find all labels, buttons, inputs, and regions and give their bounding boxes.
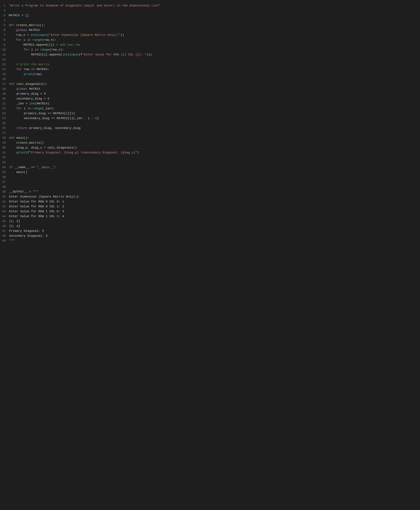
code-line: 4 [0, 18, 420, 23]
line-content: Enter Dimension (Square Matrix Only):2 [9, 194, 418, 199]
token: Enter Value for ROW 1 COL 1: 4 [9, 214, 64, 218]
line-content: def calc_diagonals(): [9, 82, 418, 87]
token: secondary_diag = [9, 97, 48, 100]
token: i [22, 107, 27, 110]
line-content: def main(): [9, 136, 418, 140]
line-number: 25 [2, 121, 9, 126]
code-line: 18 global MATRIX [0, 87, 420, 91]
code-line: 30 diag_p, diag_s = calc_diagonals() [0, 145, 420, 150]
line-content: primary_diag = 0 [9, 91, 418, 96]
line-number: 16 [2, 77, 9, 82]
token [9, 73, 24, 76]
line-number: 26 [2, 126, 9, 131]
line-number: 24 [2, 116, 9, 121]
line-number: 23 [2, 111, 9, 116]
token: "Primary Diagonal: {diag_p} \nSecondary … [29, 151, 137, 154]
line-content [9, 185, 418, 189]
line-number: 45 [2, 219, 9, 224]
token: calc_diagonals [16, 82, 42, 86]
line-content: main() [9, 170, 418, 175]
line-content: primary_diag += MATRIX[i][i] [9, 111, 418, 116]
line-number: 46 [2, 224, 9, 229]
token: ( [47, 33, 49, 37]
token: for [16, 107, 22, 110]
line-number: 49 [2, 238, 9, 243]
token: j [29, 48, 35, 52]
token: (row_n): [49, 48, 64, 52]
code-line: 9 MATRIX.append([]) # add new row [0, 43, 420, 47]
code-line: 19 primary_diag = 0 [0, 91, 420, 96]
code-line: 44Enter Value for ROW 1 COL 1: 4 [0, 214, 420, 219]
token [15, 136, 16, 140]
line-number: 1 [2, 3, 9, 8]
token: range [33, 107, 42, 110]
token: global [16, 29, 27, 32]
token: (MATRIX) [35, 102, 49, 105]
code-line: 31 print(f"Primary Diagonal: {diag_p} \n… [0, 150, 420, 155]
line-number: 2 [2, 8, 9, 13]
token: append [49, 53, 60, 56]
token: [3, 4] [9, 224, 20, 228]
line-number: 4 [2, 18, 9, 23]
code-line: 24 secondary_diag += MATRIX[i][_len - i … [0, 116, 420, 121]
token: in [31, 68, 35, 71]
code-line: 2 [0, 8, 420, 13]
token [9, 87, 16, 91]
token: def [9, 82, 15, 86]
token: (): [24, 136, 29, 140]
token: print [24, 73, 33, 76]
token: "Enter Dimension (Square Matrix Only):" [49, 33, 120, 37]
line-number: 8 [2, 37, 9, 43]
token: append [36, 43, 47, 46]
line-number: 42 [2, 204, 9, 209]
token: __name__ == [13, 166, 37, 169]
line-content: "Write a Program to showSum of Diagonals… [9, 3, 418, 8]
line-number: 41 [2, 199, 9, 204]
token: 0 [44, 92, 46, 96]
line-number: 47 [2, 229, 9, 234]
code-line: 27 [0, 131, 420, 136]
line-content: MATRIX[i].append(int(input(f"Enter Value… [9, 52, 418, 57]
token: ) [137, 151, 139, 154]
token: primary_diag = [9, 92, 44, 96]
line-content [9, 160, 418, 165]
token: Secondary Diagonal: 5 [9, 234, 48, 237]
token: row [22, 68, 31, 71]
token: (f [26, 151, 29, 154]
line-content: create_matrix() [9, 140, 418, 145]
line-content: MATRIX.append([]) # add new row [9, 43, 418, 47]
line-number: 9 [2, 43, 9, 47]
line-content: Secondary Diagonal: 5 [9, 234, 418, 238]
line-content [9, 155, 418, 160]
token [31, 107, 33, 110]
line-number: 39 [2, 189, 9, 194]
token: for [16, 38, 22, 42]
line-content [9, 57, 418, 62]
line-content: diag_p, diag_s = calc_diagonals() [9, 145, 418, 150]
token: range [32, 38, 42, 42]
token: (_len): [42, 107, 55, 110]
line-number: 19 [2, 91, 9, 96]
token: input [38, 33, 47, 37]
token: (row) [33, 73, 42, 76]
token: def [9, 136, 15, 140]
token: MATRIX [27, 29, 40, 32]
code-line: 1"Write a Program to showSum of Diagonal… [0, 3, 420, 8]
token: ( [68, 53, 69, 56]
token: Enter Value for ROW 0 COL 1: 2 [9, 205, 64, 208]
line-number: 36 [2, 175, 9, 180]
line-content: def create_matrix(): [9, 23, 418, 28]
line-content: Primary Diagonal: 5 [9, 229, 418, 234]
line-content: for j in range(row_n): [9, 47, 418, 52]
line-content: Enter Value for ROW 1 COL 0: 3 [9, 209, 418, 214]
token: 1 [95, 117, 97, 120]
token [9, 48, 24, 52]
line-content [9, 77, 418, 82]
token: """ [33, 190, 38, 193]
token [9, 126, 16, 130]
token [9, 68, 16, 71]
line-number: 44 [2, 214, 9, 219]
line-content: for row in MATRIX: [9, 67, 418, 72]
code-line: 34if __name__ == "__main__": [0, 165, 420, 170]
token [31, 38, 33, 42]
